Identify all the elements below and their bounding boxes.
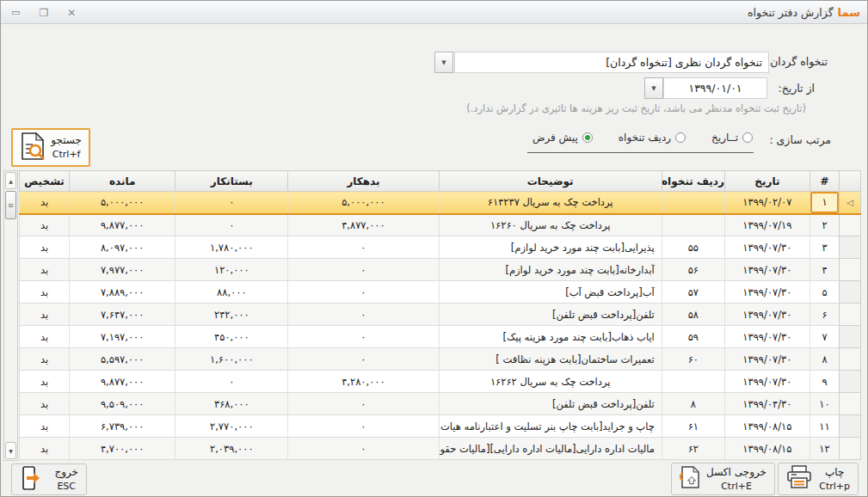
status-cell[interactable]: بد xyxy=(20,236,70,259)
row-number-cell[interactable]: ۷ xyxy=(810,326,839,348)
table-row[interactable]: ۵۱۳۹۹/۰۷/۳۰۵۷آب[پرداخت قبض آب]۰۸۸,۰۰۰۷,۸… xyxy=(20,281,861,304)
balance-cell[interactable]: ۷,۹۷۷,۰۰۰ xyxy=(70,259,175,281)
credit-cell[interactable]: ۲۴۲,۰۰۰ xyxy=(175,304,288,326)
credit-cell[interactable]: ۱۲۰,۰۰۰ xyxy=(175,259,288,281)
column-header-description[interactable]: توضیحات xyxy=(439,171,662,192)
description-cell[interactable]: مالیات اداره دارایی[مالیات اداره دارایی]… xyxy=(439,438,662,460)
status-cell[interactable]: بد xyxy=(20,326,70,348)
row-indicator-cell[interactable] xyxy=(839,281,860,304)
row-number-cell[interactable]: ۱۲ xyxy=(810,438,839,460)
credit-cell[interactable]: ۴۵۰,۰۰۰ xyxy=(175,326,288,348)
row-number-cell[interactable]: ۱۱ xyxy=(810,415,839,438)
balance-cell[interactable]: ۴,۷۰۰,۰۰۰ xyxy=(70,438,175,460)
balance-cell[interactable]: ۷,۸۸۹,۰۰۰ xyxy=(70,281,175,304)
row-indicator-cell[interactable] xyxy=(839,214,860,236)
table-row[interactable]: ۱۰۱۳۹۹/۰۴/۳۰۸تلفن[پرداخت قبض تلفن]۰۳۶۸,۰… xyxy=(20,393,861,415)
row-indicator-cell[interactable] xyxy=(839,438,860,460)
row-number-cell[interactable]: ۸ xyxy=(810,348,839,371)
debit-cell[interactable]: ۰ xyxy=(288,281,439,304)
maximize-icon[interactable]: ❐ xyxy=(39,8,48,18)
petty-row-cell[interactable]: ۸ xyxy=(662,393,724,415)
status-cell[interactable]: بد xyxy=(20,214,70,236)
print-button[interactable]: چاپ Ctrl+p xyxy=(778,463,859,495)
debit-cell[interactable]: ۵,۰۰۰,۰۰۰ xyxy=(288,192,439,214)
date-cell[interactable]: ۱۳۹۹/۰۷/۳۰ xyxy=(724,348,810,371)
row-indicator-cell[interactable] xyxy=(839,304,860,326)
description-cell[interactable]: آبدارخانه[بابت چند مورد خرید لوازم] xyxy=(439,259,662,281)
row-number-cell[interactable]: ۲ xyxy=(810,214,839,236)
row-indicator-cell[interactable] xyxy=(839,326,860,348)
debit-cell[interactable]: ۰ xyxy=(288,259,439,281)
debit-cell[interactable]: ۰ xyxy=(288,326,439,348)
description-cell[interactable]: پرداخت چک به سریال ۶۱۴۲۳۷ xyxy=(439,192,662,214)
petty-row-cell[interactable]: ۵۵ xyxy=(662,236,724,259)
debit-cell[interactable]: ۴,۲۸۰,۰۰۰ xyxy=(288,371,439,393)
row-number-cell[interactable]: ۴ xyxy=(810,259,839,281)
scrollbar-thumb[interactable]: ≡ xyxy=(5,191,16,219)
close-icon[interactable]: ✕ xyxy=(67,8,76,18)
row-indicator-cell[interactable] xyxy=(839,236,860,259)
table-row[interactable]: ۸۱۳۹۹/۰۷/۳۰۶۰تعمیرات ساختمان[بابت هزینه … xyxy=(20,348,861,371)
status-cell[interactable]: بد xyxy=(20,281,70,304)
status-cell[interactable]: بد xyxy=(20,371,70,393)
credit-cell[interactable]: ۰ xyxy=(175,192,288,214)
description-cell[interactable]: پرداخت چک به سریال ۱۶۲۶۰ xyxy=(439,214,662,236)
balance-cell[interactable]: ۵,۰۰۰,۰۰۰ xyxy=(70,192,175,214)
status-cell[interactable]: بد xyxy=(20,415,70,438)
sort-radio-date[interactable]: تــاریخ xyxy=(711,132,753,144)
description-cell[interactable]: پرداخت چک به سریال ۱۶۲۶۲ xyxy=(439,371,662,393)
petty-row-cell[interactable]: ۶۲ xyxy=(662,438,724,460)
row-indicator-cell[interactable] xyxy=(839,393,860,415)
debit-cell[interactable]: ۰ xyxy=(288,415,439,438)
credit-cell[interactable]: ۱,۶۰۰,۰۰۰ xyxy=(175,348,288,371)
debit-cell[interactable]: ۰ xyxy=(288,304,439,326)
description-cell[interactable]: ایاب ذهاب[بابت چند مورد هزینه پیک] xyxy=(439,326,662,348)
petty-row-cell[interactable] xyxy=(662,371,724,393)
status-cell[interactable]: بد xyxy=(20,348,70,371)
column-header-debit[interactable]: بدهکار xyxy=(288,171,439,192)
scroll-up-button[interactable]: ▲ xyxy=(5,172,16,189)
excel-export-button[interactable]: خروجی اکسل Ctrl+E X xyxy=(671,463,775,495)
credit-cell[interactable]: ۰ xyxy=(175,214,288,236)
table-row[interactable]: ۷۱۳۹۹/۰۷/۳۰۵۹ایاب ذهاب[بابت چند مورد هزی… xyxy=(20,326,861,348)
table-row[interactable]: ۱۱۱۳۹۹/۰۸/۱۵۶۱چاپ و جراید[بابت چاپ بنر ت… xyxy=(20,415,861,438)
date-cell[interactable]: ۱۳۹۹/۰۷/۳۰ xyxy=(724,259,810,281)
debit-cell[interactable]: ۰ xyxy=(288,348,439,371)
status-cell[interactable]: بد xyxy=(20,393,70,415)
row-number-cell[interactable]: ۱ xyxy=(810,192,839,214)
column-header-balance[interactable]: مانده xyxy=(70,171,175,192)
from-date-dropdown-button[interactable]: ▼ xyxy=(644,77,663,99)
description-cell[interactable]: تلفن[پرداخت قبض تلفن] xyxy=(439,304,662,326)
petty-row-cell[interactable]: ۶۰ xyxy=(662,348,724,371)
row-indicator-cell[interactable] xyxy=(839,415,860,438)
debit-cell[interactable]: ۴,۸۷۷,۰۰۰ xyxy=(288,214,439,236)
balance-cell[interactable]: ۷,۱۹۷,۰۰۰ xyxy=(70,326,175,348)
date-cell[interactable]: ۱۳۹۹/۰۷/۳۰ xyxy=(724,281,810,304)
petty-row-cell[interactable]: ۵۶ xyxy=(662,259,724,281)
credit-cell[interactable]: ۱,۷۸۰,۰۰۰ xyxy=(175,236,288,259)
petty-row-cell[interactable]: ۵۹ xyxy=(662,326,724,348)
petty-row-cell[interactable]: ۶۱ xyxy=(662,415,724,438)
sort-radio-petty-row[interactable]: ردیف تنخواه xyxy=(619,132,686,144)
table-row[interactable]: ۱۲۱۳۹۹/۰۸/۱۵۶۲مالیات اداره دارایی[مالیات… xyxy=(20,438,861,460)
petty-cash-combobox[interactable]: تنخواه گردان نظری [تنخواه گردان] xyxy=(454,52,769,73)
row-number-cell[interactable]: ۱۰ xyxy=(810,393,839,415)
petty-row-cell[interactable] xyxy=(662,192,724,214)
exit-button[interactable]: خروج ESC xyxy=(11,463,87,495)
table-row[interactable]: ۲۱۳۹۹/۰۷/۱۹پرداخت چک به سریال ۱۶۲۶۰۴,۸۷۷… xyxy=(20,214,861,236)
table-scrollbar[interactable]: ▲ ≡ ▼ xyxy=(3,170,18,461)
status-cell[interactable]: بد xyxy=(20,438,70,460)
table-row[interactable]: ۶۱۳۹۹/۰۷/۳۰۵۸تلفن[پرداخت قبض تلفن]۰۲۴۲,۰… xyxy=(20,304,861,326)
row-number-cell[interactable]: ۳ xyxy=(810,236,839,259)
description-cell[interactable]: پذیرایی[بابت چند مورد خرید لوازم] xyxy=(439,236,662,259)
status-cell[interactable]: بد xyxy=(20,192,70,214)
description-cell[interactable]: آب[پرداخت قبض آب] xyxy=(439,281,662,304)
petty-row-cell[interactable]: ۵۷ xyxy=(662,281,724,304)
status-cell[interactable]: بد xyxy=(20,259,70,281)
row-indicator-cell[interactable] xyxy=(839,348,860,371)
petty-row-cell[interactable] xyxy=(662,214,724,236)
description-cell[interactable]: تعمیرات ساختمان[بابت هزینه نظافت ] xyxy=(439,348,662,371)
credit-cell[interactable]: ۲,۷۷۰,۰۰۰ xyxy=(175,415,288,438)
table-row[interactable]: ◁۱۱۳۹۹/۰۲/۰۷پرداخت چک به سریال ۶۱۴۲۳۷۵,۰… xyxy=(20,192,861,214)
date-cell[interactable]: ۱۳۹۹/۰۷/۳۰ xyxy=(724,236,810,259)
